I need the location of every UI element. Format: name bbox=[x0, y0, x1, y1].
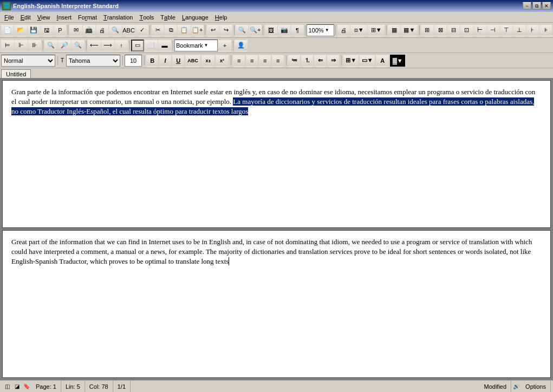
tb-btn-h[interactable]: ⊟ bbox=[447, 24, 460, 36]
superscript-button[interactable]: x² bbox=[216, 55, 229, 67]
options-status[interactable]: Options bbox=[521, 381, 551, 392]
status-icon-1[interactable]: ◫ bbox=[2, 382, 12, 391]
underline-button[interactable]: U bbox=[172, 55, 184, 67]
source-document-content[interactable]: Gran parte de la información que podemos… bbox=[3, 81, 550, 123]
menu-file[interactable]: File bbox=[1, 12, 17, 22]
fax-button[interactable]: 📠 bbox=[83, 24, 95, 36]
subscript-button[interactable]: x₂ bbox=[201, 55, 214, 67]
tb-btn-f[interactable]: ⊞ bbox=[421, 24, 433, 36]
align-left-button[interactable]: ≡ bbox=[233, 55, 245, 67]
tb2-btn-a[interactable]: ⊨ bbox=[1, 40, 14, 51]
tb-btn-j[interactable]: ⊢ bbox=[474, 24, 486, 36]
open-button[interactable]: 📂 bbox=[14, 24, 27, 36]
tb-btn-k[interactable]: ⊣ bbox=[487, 24, 499, 36]
tb2-find3[interactable]: 🔍 bbox=[71, 40, 84, 51]
minimize-button[interactable]: − bbox=[523, 2, 531, 10]
insert-pic-button[interactable]: 🖼 bbox=[265, 24, 277, 36]
menu-insert[interactable]: Insert bbox=[54, 12, 75, 22]
new-button[interactable]: 📄 bbox=[1, 24, 14, 36]
tb-btn-i[interactable]: ⊡ bbox=[460, 24, 473, 36]
find-button[interactable]: 🔍 bbox=[236, 24, 248, 36]
view-web[interactable]: ⬜ bbox=[145, 40, 158, 51]
redo-button[interactable]: ↪ bbox=[220, 24, 232, 36]
bullet-list-button[interactable]: ≔ bbox=[288, 55, 300, 67]
num-list-button[interactable]: ⒈ bbox=[301, 55, 313, 67]
tb-btn-l[interactable]: ⊤ bbox=[500, 24, 512, 36]
paste-special-button[interactable]: 📋+ bbox=[191, 24, 204, 36]
find-replace-button[interactable]: 🔍+ bbox=[249, 24, 262, 36]
border-button[interactable]: ▭▼ bbox=[360, 55, 375, 67]
menu-format[interactable]: Format bbox=[75, 12, 100, 22]
italic-button[interactable]: I bbox=[159, 55, 171, 67]
tb-btn-n[interactable]: ⊦ bbox=[526, 24, 539, 36]
nonprint-button[interactable]: ¶ bbox=[291, 24, 303, 36]
status-icon-2[interactable]: ◪ bbox=[12, 382, 22, 391]
save-as-button[interactable]: 🖫 bbox=[41, 24, 53, 36]
menu-language[interactable]: Language bbox=[179, 12, 212, 22]
tb2-find2[interactable]: 🔎 bbox=[58, 40, 71, 51]
insert-pic2-button[interactable]: 📷 bbox=[278, 24, 290, 36]
menu-view[interactable]: View bbox=[34, 12, 54, 22]
save-button[interactable]: 💾 bbox=[28, 24, 40, 36]
tb-btn-o[interactable]: ⊧ bbox=[539, 24, 552, 36]
tb2-btn-d[interactable]: ⟵ bbox=[88, 40, 101, 51]
style-select[interactable]: Normal Heading 1 Heading 2 bbox=[1, 55, 55, 67]
tb-btn-c[interactable]: ⊞▼ bbox=[368, 24, 385, 36]
tb2-btn-f[interactable]: ↑ bbox=[115, 40, 128, 51]
close-button[interactable]: ✕ bbox=[542, 2, 551, 10]
document-tab[interactable]: Untitled bbox=[1, 69, 31, 78]
tb2-btn-c[interactable]: ⊪ bbox=[28, 40, 41, 51]
target-document-content[interactable]: Great part of the information that we ca… bbox=[3, 231, 550, 273]
zoom-dropdown[interactable]: 100% ▼ bbox=[307, 24, 334, 36]
pdf-button[interactable]: P bbox=[54, 24, 66, 36]
highlight-button[interactable]: ▓▼ bbox=[390, 55, 405, 67]
cut-button[interactable]: ✂ bbox=[152, 24, 164, 36]
print-button[interactable]: 🖨 bbox=[96, 24, 108, 36]
bookmark-add[interactable]: + bbox=[218, 40, 231, 51]
font-color-button[interactable]: A bbox=[376, 55, 389, 67]
view-print[interactable]: ▬ bbox=[158, 40, 171, 51]
menu-underline: V bbox=[37, 14, 41, 21]
table-button[interactable]: ⊞▼ bbox=[343, 55, 359, 67]
format-bar: Normal Heading 1 Heading 2 T Tahoma Aria… bbox=[0, 53, 553, 68]
tb-btn-b[interactable]: ⧈▼ bbox=[350, 24, 367, 36]
status-icon-3[interactable]: 🔖 bbox=[22, 382, 31, 391]
status-icon-4[interactable]: 🔊 bbox=[511, 382, 521, 391]
indent-button[interactable]: ⇒ bbox=[327, 55, 339, 67]
copy-button[interactable]: ⧉ bbox=[165, 24, 177, 36]
menu-help[interactable]: Help bbox=[212, 12, 231, 22]
menu-edit[interactable]: Edit bbox=[17, 12, 34, 22]
tb-btn-e[interactable]: ▦▼ bbox=[401, 24, 418, 36]
tb-btn-d[interactable]: ▦ bbox=[388, 24, 400, 36]
paste-button[interactable]: 📋 bbox=[178, 24, 190, 36]
menu-translation[interactable]: Translation bbox=[100, 12, 136, 22]
align-right-button[interactable]: ≡ bbox=[259, 55, 271, 67]
align-justify-button[interactable]: ≡ bbox=[272, 55, 284, 67]
tb2-btn-e[interactable]: ⟶ bbox=[101, 40, 114, 51]
view-normal[interactable]: ▭ bbox=[131, 40, 144, 51]
outdent-button[interactable]: ⇐ bbox=[314, 55, 326, 67]
print-preview-button[interactable]: 🔍 bbox=[109, 24, 121, 36]
font-size-input[interactable] bbox=[125, 55, 142, 67]
menu-tools[interactable]: Tools bbox=[136, 12, 157, 22]
font-select[interactable]: Tahoma Arial Times New Roman bbox=[66, 55, 120, 67]
sep8 bbox=[385, 24, 387, 36]
align-center-button[interactable]: ≡ bbox=[246, 55, 258, 67]
target-document-panel: Great part of the information that we ca… bbox=[2, 230, 551, 378]
tb-btn-g[interactable]: ⊠ bbox=[434, 24, 447, 36]
menu-underline: F bbox=[4, 14, 8, 21]
tb2-find1[interactable]: 🔍 bbox=[44, 40, 57, 51]
tb2-btn-b[interactable]: ⊩ bbox=[15, 40, 28, 51]
spell-check-button[interactable]: ABC bbox=[122, 24, 135, 36]
tb-btn-m[interactable]: ⊥ bbox=[513, 24, 525, 36]
bookmark-dropdown[interactable]: Bookmark ▼ bbox=[174, 40, 218, 51]
menu-table[interactable]: Table bbox=[157, 12, 179, 22]
auto-spell-button[interactable]: ✓ bbox=[136, 24, 148, 36]
undo-button[interactable]: ↩ bbox=[207, 24, 219, 36]
user-btn[interactable]: 👤 bbox=[235, 40, 248, 51]
bold-button[interactable]: B bbox=[146, 55, 158, 67]
email-button[interactable]: ✉ bbox=[69, 24, 82, 36]
tb-btn-a[interactable]: 🖨 bbox=[337, 24, 350, 36]
abc-button[interactable]: ABC bbox=[185, 55, 200, 67]
restore-button[interactable]: ⧉ bbox=[532, 2, 541, 10]
